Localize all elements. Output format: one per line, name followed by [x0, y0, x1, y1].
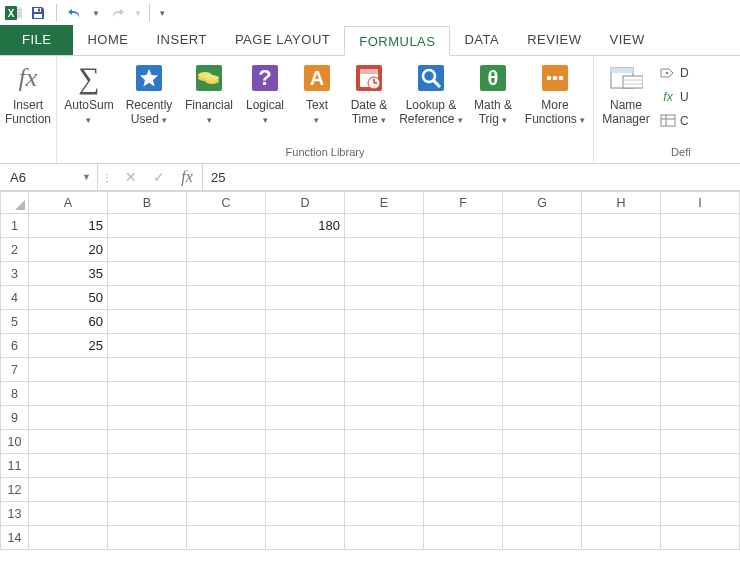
cell-B14[interactable]	[108, 526, 187, 550]
cell-C3[interactable]	[187, 262, 266, 286]
cell-C11[interactable]	[187, 454, 266, 478]
redo-button[interactable]	[103, 1, 131, 25]
cell-A12[interactable]	[29, 478, 108, 502]
cell-H13[interactable]	[582, 502, 661, 526]
cell-F6[interactable]	[424, 334, 503, 358]
cell-A13[interactable]	[29, 502, 108, 526]
cell-C6[interactable]	[187, 334, 266, 358]
cell-C10[interactable]	[187, 430, 266, 454]
row-header-13[interactable]: 13	[1, 502, 29, 526]
cell-F5[interactable]	[424, 310, 503, 334]
tab-view[interactable]: VIEW	[596, 25, 659, 55]
name-box-expand[interactable]: ⋮	[98, 164, 116, 190]
cell-G1[interactable]	[503, 214, 582, 238]
cell-A3[interactable]: 35	[29, 262, 108, 286]
cell-D5[interactable]	[266, 310, 345, 334]
cell-E6[interactable]	[345, 334, 424, 358]
cell-C1[interactable]	[187, 214, 266, 238]
name-manager-button[interactable]: Name Manager	[596, 58, 656, 144]
column-header-D[interactable]: D	[266, 192, 345, 214]
cell-A4[interactable]: 50	[29, 286, 108, 310]
cell-H5[interactable]	[582, 310, 661, 334]
cell-G10[interactable]	[503, 430, 582, 454]
cell-H7[interactable]	[582, 358, 661, 382]
cell-D13[interactable]	[266, 502, 345, 526]
cell-H14[interactable]	[582, 526, 661, 550]
tab-page-layout[interactable]: PAGE LAYOUT	[221, 25, 344, 55]
cell-C9[interactable]	[187, 406, 266, 430]
autosum-button[interactable]: ∑ AutoSum▾	[59, 58, 119, 144]
cell-A14[interactable]	[29, 526, 108, 550]
cell-I4[interactable]	[661, 286, 740, 310]
text-button[interactable]: A Text▾	[291, 58, 343, 144]
row-header-2[interactable]: 2	[1, 238, 29, 262]
cell-B5[interactable]	[108, 310, 187, 334]
cell-A6[interactable]: 25	[29, 334, 108, 358]
column-header-A[interactable]: A	[29, 192, 108, 214]
cell-I7[interactable]	[661, 358, 740, 382]
cell-H2[interactable]	[582, 238, 661, 262]
column-header-H[interactable]: H	[582, 192, 661, 214]
undo-button[interactable]	[61, 1, 89, 25]
cell-C12[interactable]	[187, 478, 266, 502]
cell-I10[interactable]	[661, 430, 740, 454]
cell-F3[interactable]	[424, 262, 503, 286]
cell-B7[interactable]	[108, 358, 187, 382]
cell-I3[interactable]	[661, 262, 740, 286]
tab-file[interactable]: FILE	[0, 25, 73, 55]
row-header-7[interactable]: 7	[1, 358, 29, 382]
cell-B4[interactable]	[108, 286, 187, 310]
cell-C7[interactable]	[187, 358, 266, 382]
fx-icon[interactable]: fx	[178, 168, 196, 186]
cell-B9[interactable]	[108, 406, 187, 430]
cell-G13[interactable]	[503, 502, 582, 526]
column-header-B[interactable]: B	[108, 192, 187, 214]
cell-H1[interactable]	[582, 214, 661, 238]
cell-E3[interactable]	[345, 262, 424, 286]
cell-D2[interactable]	[266, 238, 345, 262]
cell-E4[interactable]	[345, 286, 424, 310]
cell-F2[interactable]	[424, 238, 503, 262]
cell-I12[interactable]	[661, 478, 740, 502]
create-from-selection-button[interactable]: C	[660, 110, 689, 132]
cell-I9[interactable]	[661, 406, 740, 430]
cell-I13[interactable]	[661, 502, 740, 526]
column-header-E[interactable]: E	[345, 192, 424, 214]
cell-A7[interactable]	[29, 358, 108, 382]
cell-I5[interactable]	[661, 310, 740, 334]
select-all[interactable]	[1, 192, 29, 214]
cancel-icon[interactable]: ✕	[122, 169, 140, 186]
cell-A9[interactable]	[29, 406, 108, 430]
cell-B2[interactable]	[108, 238, 187, 262]
enter-icon[interactable]: ✓	[150, 169, 168, 186]
cell-E1[interactable]	[345, 214, 424, 238]
lookup-reference-button[interactable]: Lookup & Reference ▾	[395, 58, 467, 144]
cell-E9[interactable]	[345, 406, 424, 430]
cell-C8[interactable]	[187, 382, 266, 406]
cell-A1[interactable]: 15	[29, 214, 108, 238]
undo-dropdown[interactable]: ▼	[89, 1, 103, 25]
cell-E12[interactable]	[345, 478, 424, 502]
save-button[interactable]	[24, 1, 52, 25]
cell-B10[interactable]	[108, 430, 187, 454]
cell-H4[interactable]	[582, 286, 661, 310]
cell-H3[interactable]	[582, 262, 661, 286]
cell-I14[interactable]	[661, 526, 740, 550]
cell-G9[interactable]	[503, 406, 582, 430]
tab-data[interactable]: DATA	[450, 25, 513, 55]
row-header-5[interactable]: 5	[1, 310, 29, 334]
cell-E11[interactable]	[345, 454, 424, 478]
cell-B3[interactable]	[108, 262, 187, 286]
date-time-button[interactable]: Date & Time ▾	[343, 58, 395, 144]
row-header-8[interactable]: 8	[1, 382, 29, 406]
cell-F14[interactable]	[424, 526, 503, 550]
tab-insert[interactable]: INSERT	[142, 25, 220, 55]
column-header-F[interactable]: F	[424, 192, 503, 214]
cell-G6[interactable]	[503, 334, 582, 358]
cell-F10[interactable]	[424, 430, 503, 454]
cell-G7[interactable]	[503, 358, 582, 382]
cell-A10[interactable]	[29, 430, 108, 454]
row-header-11[interactable]: 11	[1, 454, 29, 478]
name-box[interactable]: A6 ▼	[0, 164, 98, 190]
cell-F11[interactable]	[424, 454, 503, 478]
